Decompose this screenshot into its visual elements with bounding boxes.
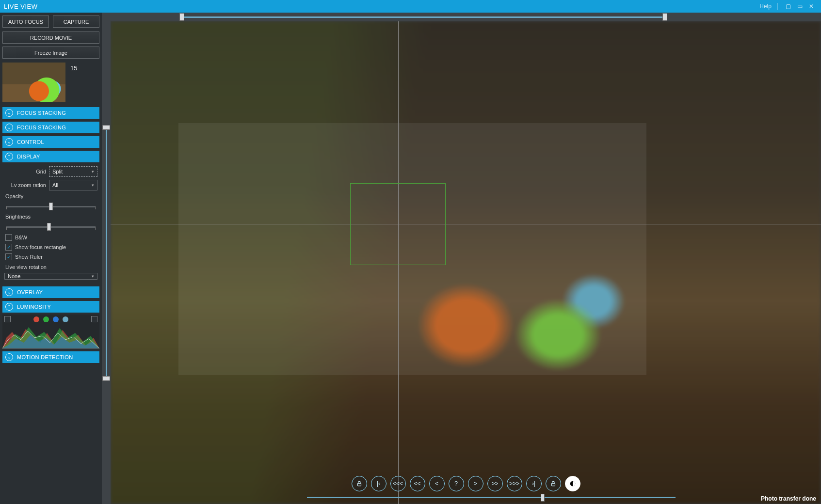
close-button[interactable]: ✕ — [805, 1, 817, 11]
record-movie-button[interactable]: RECORD MOVIE — [2, 32, 99, 44]
panel-display[interactable]: ⌃DISPLAY — [2, 151, 99, 162]
panel-focus-stacking-2[interactable]: ⌄FOCUS STACKING — [2, 122, 99, 133]
panel-motion-detection[interactable]: ⌄MOTION DETECTION — [2, 351, 99, 363]
svg-rect-1 — [551, 483, 555, 486]
opacity-label: Opacity — [4, 193, 97, 199]
svg-rect-0 — [357, 483, 361, 486]
lv-zoom-label: Lv zoom ration — [4, 182, 46, 188]
nav-fwd2-button[interactable]: >> — [487, 476, 503, 491]
focus-rectangle[interactable] — [350, 183, 446, 265]
nav-first-button[interactable]: |‹ — [371, 476, 386, 491]
focus-position-slider[interactable] — [307, 497, 676, 498]
nav-help-button[interactable]: ? — [449, 476, 464, 491]
nav-back3-button[interactable]: <<< — [390, 476, 406, 491]
histogram-clip-right[interactable] — [91, 316, 97, 322]
ruler-horizontal — [111, 13, 821, 21]
sidebar: AUTO FOCUS CAPTURE RECORD MOVIE Freeze I… — [0, 13, 102, 504]
titlebar: LIVE VIEW Help | ▢ ▭ ✕ — [0, 0, 821, 13]
brightness-slider[interactable] — [4, 222, 97, 231]
capture-button[interactable]: CAPTURE — [53, 16, 99, 28]
grid-line-horizontal — [111, 224, 821, 224]
focus-navbar: |‹ <<< << < ? > >> >>> ›| — [352, 476, 580, 491]
nav-last-button[interactable]: ›| — [526, 476, 542, 491]
preview-thumbnail[interactable] — [2, 63, 65, 102]
window-title: LIVE VIEW — [4, 3, 38, 10]
show-ruler-checkbox[interactable]: ✓ — [5, 253, 12, 260]
opacity-slider[interactable] — [4, 202, 97, 211]
live-canvas[interactable]: |‹ <<< << < ? > >> >>> ›| Photo transfer… — [111, 21, 821, 504]
panel-overlay[interactable]: ⌄OVERLAY — [2, 286, 99, 298]
chevron-up-icon: ⌃ — [5, 303, 13, 311]
bw-label: B&W — [15, 235, 27, 240]
minimize-button[interactable]: ▢ — [782, 1, 794, 11]
panel-control[interactable]: ⌄CONTROL — [2, 136, 99, 148]
ruler-v-handle-start[interactable] — [102, 125, 110, 130]
chevron-down-icon: ⌄ — [5, 288, 13, 296]
ruler-corner — [102, 13, 111, 21]
caret-down-icon: ▾ — [92, 183, 94, 188]
show-focus-checkbox[interactable]: ✓ — [5, 244, 12, 251]
nav-back1-button[interactable]: < — [429, 476, 445, 491]
channel-green[interactable] — [43, 316, 49, 322]
brightness-label: Brightness — [4, 214, 97, 220]
bw-checkbox[interactable] — [5, 234, 12, 241]
main-viewport: |‹ <<< << < ? > >> >>> ›| Photo transfer… — [102, 13, 821, 504]
chevron-down-icon: ⌄ — [5, 124, 13, 131]
chevron-down-icon: ⌄ — [5, 138, 13, 146]
ruler-vertical — [102, 21, 111, 504]
lock-near-button[interactable] — [352, 476, 367, 491]
status-text: Photo transfer done — [761, 495, 816, 502]
rotation-label: Live view rotation — [4, 264, 97, 270]
lock-far-button[interactable] — [546, 476, 561, 491]
auto-focus-button[interactable]: AUTO FOCUS — [2, 16, 49, 28]
panel-display-body: Grid Split▾ Lv zoom ration All▾ Opacity … — [2, 163, 99, 284]
grid-label: Grid — [4, 169, 46, 174]
rotation-select[interactable]: None▾ — [4, 273, 97, 280]
caret-down-icon: ▾ — [92, 274, 94, 279]
histogram-channels — [33, 316, 68, 322]
channel-red[interactable] — [33, 316, 39, 322]
panel-luminosity[interactable]: ⌃LUMINOSITY — [2, 301, 99, 313]
show-focus-label: Show focus rectangle — [15, 244, 66, 250]
panel-focus-stacking-1[interactable]: ⌄FOCUS STACKING — [2, 107, 99, 119]
chevron-up-icon: ⌃ — [5, 153, 13, 160]
ruler-v-handle-end[interactable] — [102, 376, 110, 381]
nav-fwd1-button[interactable]: > — [468, 476, 483, 491]
ruler-h-handle-end[interactable] — [662, 13, 667, 21]
capture-count: 15 — [70, 63, 77, 102]
lv-zoom-select[interactable]: All▾ — [49, 180, 97, 190]
chevron-down-icon: ⌄ — [5, 109, 13, 117]
histogram — [2, 315, 99, 348]
contrast-button[interactable] — [565, 476, 580, 491]
freeze-image-button[interactable]: Freeze Image — [2, 47, 99, 59]
ruler-h-handle-start[interactable] — [179, 13, 184, 21]
histogram-clip-left[interactable] — [4, 316, 11, 322]
grid-select[interactable]: Split▾ — [49, 166, 97, 177]
help-link[interactable]: Help — [759, 3, 772, 10]
chevron-down-icon: ⌄ — [5, 353, 13, 361]
caret-down-icon: ▾ — [92, 169, 94, 174]
channel-luma[interactable] — [63, 316, 68, 322]
nav-fwd3-button[interactable]: >>> — [507, 476, 522, 491]
show-ruler-label: Show Ruler — [15, 254, 43, 260]
maximize-button[interactable]: ▭ — [794, 1, 805, 11]
channel-blue[interactable] — [53, 316, 59, 322]
nav-back2-button[interactable]: << — [410, 476, 425, 491]
